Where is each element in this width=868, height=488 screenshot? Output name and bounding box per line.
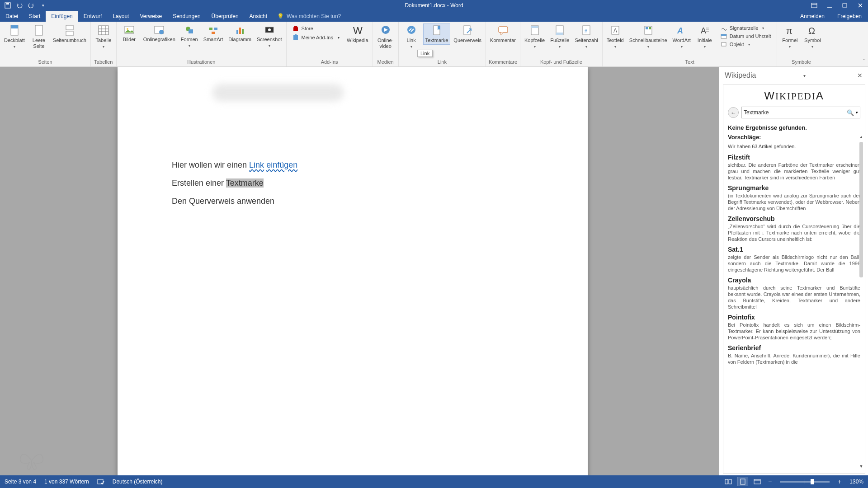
zoom-out-icon[interactable]: −: [766, 478, 774, 485]
wiki-article-snippet: (in Textdokumenten wird analog zur Sprun…: [728, 192, 860, 211]
selected-text[interactable]: Textmarke: [226, 178, 264, 188]
search-icon[interactable]: 🔍: [847, 109, 854, 116]
zoom-level[interactable]: 130%: [849, 479, 863, 485]
pictures-button[interactable]: Bilder: [118, 23, 140, 44]
page-indicator[interactable]: Seite 3 von 4: [5, 479, 36, 485]
tab-insert[interactable]: Einfügen: [46, 11, 78, 22]
online-pictures-button[interactable]: Onlinegrafiken: [141, 23, 178, 44]
chart-button[interactable]: Diagramm: [226, 23, 254, 44]
web-layout-icon[interactable]: [752, 477, 763, 486]
shapes-button[interactable]: Formen▾: [179, 23, 200, 50]
wiki-search-input[interactable]: [744, 109, 847, 116]
link-text[interactable]: Link: [249, 160, 264, 169]
signin-button[interactable]: Anmelden: [794, 11, 831, 22]
wiki-article-title[interactable]: Sprungmarke: [728, 184, 860, 192]
wiki-article[interactable]: Zeilenvorschub„Zeilenvorschub“ wird durc…: [728, 215, 860, 242]
wiki-article-title[interactable]: Serienbrief: [728, 344, 860, 352]
wordart-button[interactable]: AWordArt▾: [670, 23, 693, 51]
redo-icon[interactable]: [26, 1, 36, 10]
signature-line-button[interactable]: Signaturzeile▾: [717, 24, 774, 32]
blank-page-button[interactable]: Leere Seite: [28, 23, 50, 51]
date-time-button[interactable]: Datum und Uhrzeit: [717, 33, 774, 40]
table-button[interactable]: Tabelle▾: [93, 23, 114, 51]
wiki-article-snippet: Bei Pointofix handelt es sich um einen B…: [728, 322, 860, 341]
qat-customize-icon[interactable]: ▾: [38, 1, 48, 10]
wiki-article-title[interactable]: Pointofix: [728, 314, 860, 321]
ribbon: Deckblatt▾ Leere Seite Seitenumbruch Sei…: [0, 22, 868, 67]
scroll-thumb[interactable]: [859, 142, 863, 277]
page-number-button[interactable]: #Seitenzahl▾: [572, 23, 600, 51]
link-button[interactable]: Link▾: [401, 23, 422, 51]
cross-reference-button[interactable]: Querverweis: [451, 23, 484, 45]
wiki-article-title[interactable]: Sat.1: [728, 246, 860, 253]
cover-page-button[interactable]: Deckblatt▾: [2, 23, 27, 51]
read-mode-icon[interactable]: [723, 477, 734, 486]
search-dropdown-icon[interactable]: ▾: [856, 110, 858, 115]
close-icon[interactable]: [853, 0, 868, 11]
zoom-slider[interactable]: [780, 481, 830, 483]
spellcheck-icon[interactable]: [97, 479, 104, 485]
doc-line-1: Hier wollen wir einen Link einfügen: [172, 157, 533, 173]
wiki-article[interactable]: Filzstiftsichtbar. Die anderen Farbtöne …: [728, 154, 860, 181]
wiki-article[interactable]: Sprungmarke(in Textdokumenten wird analo…: [728, 184, 860, 211]
link-text-2[interactable]: einfügen: [266, 160, 297, 169]
page-break-button[interactable]: Seitenumbruch: [51, 23, 89, 45]
footer-button[interactable]: Fußzeile▾: [548, 23, 571, 51]
wiki-article-title[interactable]: Filzstift: [728, 154, 860, 161]
scroll-down-icon[interactable]: ▼: [859, 464, 864, 469]
zoom-in-icon[interactable]: +: [836, 478, 843, 485]
textbox-button[interactable]: ATextfeld▾: [604, 23, 626, 51]
online-video-button[interactable]: Online- video: [375, 23, 396, 51]
maximize-icon[interactable]: [837, 0, 853, 11]
my-addins-button[interactable]: Meine Add-Ins▾: [289, 33, 343, 42]
symbol-button[interactable]: ΩSymbol▾: [802, 23, 823, 51]
header-button[interactable]: Kopfzeile▾: [522, 23, 547, 51]
wiki-article[interactable]: SerienbriefB. Name, Anschrift, Anrede, K…: [728, 344, 860, 365]
wiki-article[interactable]: Crayolahauptsächlich durch seine Textmar…: [728, 277, 860, 310]
tab-design[interactable]: Entwurf: [78, 11, 108, 22]
tab-view[interactable]: Ansicht: [244, 11, 273, 22]
tab-start[interactable]: Start: [24, 11, 46, 22]
tab-file[interactable]: Datei: [0, 11, 24, 22]
pane-dropdown-icon[interactable]: ▾: [803, 73, 806, 78]
doc-line-3: Den Querverweis anwenden: [172, 193, 533, 209]
object-button[interactable]: Objekt▾: [717, 41, 774, 48]
document-area[interactable]: Hier wollen wir einen Link einfügen Erst…: [0, 67, 719, 475]
collapse-ribbon-icon[interactable]: ˆ: [863, 58, 865, 65]
page[interactable]: Hier wollen wir einen Link einfügen Erst…: [118, 67, 588, 475]
pane-close-icon[interactable]: ✕: [857, 72, 863, 79]
ribbon-display-options-icon[interactable]: [807, 0, 822, 11]
tab-references[interactable]: Verweise: [134, 11, 167, 22]
document-body[interactable]: Hier wollen wir einen Link einfügen Erst…: [172, 157, 533, 209]
scroll-up-icon[interactable]: ▲: [859, 135, 864, 140]
wikipedia-button[interactable]: WWikipedia: [344, 23, 371, 45]
minimize-icon[interactable]: [822, 0, 837, 11]
group-header-footer: Kopfzeile▾ Fußzeile▾ #Seitenzahl▾ Kopf- …: [520, 22, 603, 66]
wiki-article[interactable]: Sat.1zeigte der Sender als Bildschirmlog…: [728, 246, 860, 273]
tab-layout[interactable]: Layout: [107, 11, 134, 22]
drop-cap-button[interactable]: AInitiale▾: [694, 23, 716, 51]
pane-scrollbar[interactable]: ▲ ▼: [859, 135, 864, 469]
comment-button[interactable]: Kommentar: [488, 23, 518, 45]
word-count[interactable]: 1 von 337 Wörtern: [44, 479, 89, 485]
wiki-article[interactable]: PointofixBei Pointofix handelt es sich u…: [728, 314, 860, 341]
share-button[interactable]: Freigeben: [831, 11, 868, 22]
quick-parts-button[interactable]: Schnellbausteine▾: [627, 23, 670, 51]
tab-mailings[interactable]: Sendungen: [167, 11, 206, 22]
store-button[interactable]: Store: [289, 24, 343, 33]
language-indicator[interactable]: Deutsch (Österreich): [113, 479, 163, 485]
back-icon[interactable]: ←: [728, 107, 739, 118]
smartart-button[interactable]: SmartArt: [201, 23, 225, 44]
tell-me-input[interactable]: [287, 13, 368, 19]
undo-icon[interactable]: [14, 1, 24, 10]
tab-review[interactable]: Überprüfen: [206, 11, 244, 22]
save-icon[interactable]: [3, 1, 13, 10]
wiki-article-title[interactable]: Zeilenvorschub: [728, 215, 860, 222]
equation-button[interactable]: πFormel▾: [779, 23, 801, 51]
tell-me[interactable]: 💡: [277, 11, 368, 22]
print-layout-icon[interactable]: [737, 477, 748, 486]
wiki-article-title[interactable]: Crayola: [728, 277, 860, 284]
redacted-heading: [212, 84, 344, 101]
bookmark-button[interactable]: Textmarke: [423, 23, 451, 45]
screenshot-button[interactable]: Screenshot▾: [255, 23, 284, 50]
